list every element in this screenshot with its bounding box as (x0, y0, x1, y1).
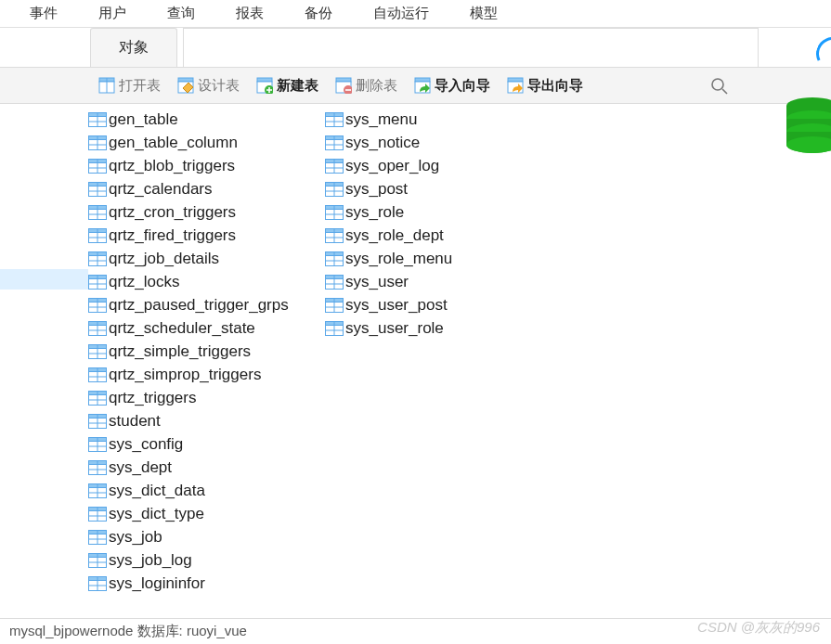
table-item[interactable]: qrtz_simprop_triggers (88, 363, 325, 386)
grid-icon (98, 77, 115, 94)
table-label: qrtz_fired_triggers (109, 226, 236, 245)
table-label: qrtz_job_details (109, 250, 219, 268)
sidebar-spacer (0, 104, 88, 618)
database-icon (783, 97, 831, 163)
table-label: sys_user_role (345, 319, 444, 338)
table-item[interactable]: gen_table_column (88, 131, 325, 154)
menu-user[interactable]: 用户 (78, 1, 147, 26)
table-label: sys_dept (109, 458, 172, 477)
open-table-button[interactable]: 打开表 (90, 68, 169, 103)
table-item[interactable]: sys_dept (88, 456, 325, 479)
table-item[interactable]: student (88, 409, 325, 432)
table-label: sys_role (345, 203, 404, 222)
table-label: sys_notice (345, 134, 420, 152)
table-item[interactable]: sys_job (88, 525, 325, 548)
table-item[interactable]: qrtz_job_details (88, 247, 325, 270)
filter-input[interactable] (183, 28, 759, 67)
table-label: sys_oper_log (345, 157, 439, 175)
table-item[interactable]: sys_notice (325, 131, 539, 154)
table-label: qrtz_blob_triggers (109, 157, 235, 175)
svg-rect-8 (336, 78, 351, 82)
table-item[interactable]: sys_dict_data (88, 479, 325, 502)
new-table-label: 新建表 (277, 77, 318, 95)
table-label: qrtz_simple_triggers (109, 342, 251, 361)
table-label: sys_post (345, 180, 408, 199)
table-item[interactable]: sys_dict_type (88, 502, 325, 525)
svg-rect-13 (508, 78, 523, 82)
export-wizard-button[interactable]: 导出向导 (499, 68, 591, 103)
table-item[interactable]: qrtz_locks (88, 270, 325, 293)
table-item[interactable]: qrtz_paused_trigger_grps (88, 293, 325, 316)
refresh-icon (812, 32, 831, 75)
table-item[interactable]: qrtz_triggers (88, 386, 325, 409)
menu-backup[interactable]: 备份 (284, 1, 353, 26)
import-wizard-button[interactable]: 导入向导 (406, 68, 499, 103)
table-label: sys_logininfor (109, 574, 205, 593)
right-panel-partial (757, 28, 831, 640)
tables-area: gen_tablegen_table_columnqrtz_blob_trigg… (88, 104, 757, 618)
table-label: qrtz_simprop_triggers (109, 366, 261, 384)
menu-automation[interactable]: 自动运行 (353, 1, 449, 26)
menu-event[interactable]: 事件 (9, 1, 78, 26)
table-item[interactable]: sys_user (325, 270, 539, 293)
table-label: sys_job_log (109, 551, 192, 570)
content-area: gen_tablegen_table_columnqrtz_blob_trigg… (0, 104, 831, 618)
menu-model[interactable]: 模型 (449, 1, 518, 26)
svg-rect-11 (415, 78, 430, 82)
table-item[interactable]: sys_role_menu (325, 247, 539, 270)
table-label: sys_config (109, 435, 183, 454)
menubar: 事件 用户 查询 报表 备份 自动运行 模型 (0, 0, 831, 28)
table-item[interactable]: qrtz_simple_triggers (88, 340, 325, 363)
new-icon (256, 77, 273, 94)
table-item[interactable]: sys_role_dept (325, 224, 539, 247)
table-item[interactable]: sys_user_role (325, 316, 539, 340)
menu-report[interactable]: 报表 (215, 1, 284, 26)
table-item[interactable]: sys_role (325, 200, 539, 224)
search-icon[interactable] (710, 77, 729, 98)
tab-row: 对象 (0, 28, 831, 67)
table-item[interactable]: sys_user_post (325, 293, 539, 316)
tables-col-2: sys_menusys_noticesys_oper_logsys_postsy… (325, 108, 539, 618)
sidebar-selected-row (0, 269, 88, 290)
svg-point-15 (712, 79, 723, 90)
table-label: sys_menu (345, 110, 417, 129)
table-label: qrtz_cron_triggers (109, 203, 236, 222)
table-label: sys_dict_type (109, 505, 204, 523)
open-table-label: 打开表 (119, 77, 161, 95)
table-item[interactable]: qrtz_scheduler_state (88, 316, 325, 340)
import-icon (414, 77, 431, 94)
table-item[interactable]: qrtz_cron_triggers (88, 200, 325, 224)
toolbar: 打开表 设计表 新建表 删除表 导入向导 导出向导 (0, 67, 831, 104)
import-wizard-label: 导入向导 (435, 77, 490, 95)
table-item[interactable]: gen_table (88, 108, 325, 131)
export-icon (507, 77, 524, 94)
delete-icon (335, 77, 352, 94)
table-label: sys_role_menu (345, 250, 452, 268)
tables-col-1: gen_tablegen_table_columnqrtz_blob_trigg… (88, 108, 325, 618)
table-label: qrtz_calendars (109, 180, 213, 199)
table-item[interactable]: qrtz_fired_triggers (88, 224, 325, 247)
table-item[interactable]: sys_logininfor (88, 572, 325, 595)
table-label: student (109, 412, 161, 431)
table-item[interactable]: qrtz_blob_triggers (88, 154, 325, 177)
status-bar: mysql_bjpowernode 数据库: ruoyi_vue (0, 618, 831, 644)
design-table-button[interactable]: 设计表 (169, 68, 248, 103)
delete-table-button[interactable]: 删除表 (327, 68, 406, 103)
menu-query[interactable]: 查询 (147, 1, 215, 26)
table-item[interactable]: qrtz_calendars (88, 177, 325, 200)
table-label: sys_user_post (345, 296, 448, 315)
table-item[interactable]: sys_config (88, 432, 325, 456)
tab-object[interactable]: 对象 (90, 28, 177, 67)
table-label: sys_user (345, 273, 409, 291)
export-wizard-label: 导出向导 (527, 77, 583, 95)
table-item[interactable]: sys_menu (325, 108, 539, 131)
table-item[interactable]: sys_oper_log (325, 154, 539, 177)
new-table-button[interactable]: 新建表 (248, 68, 327, 103)
design-icon (177, 77, 194, 94)
svg-rect-3 (178, 78, 193, 82)
design-table-label: 设计表 (198, 77, 240, 95)
table-label: qrtz_triggers (109, 389, 196, 407)
table-item[interactable]: sys_job_log (88, 548, 325, 572)
table-item[interactable]: sys_post (325, 177, 539, 200)
table-label: qrtz_paused_trigger_grps (109, 296, 289, 315)
